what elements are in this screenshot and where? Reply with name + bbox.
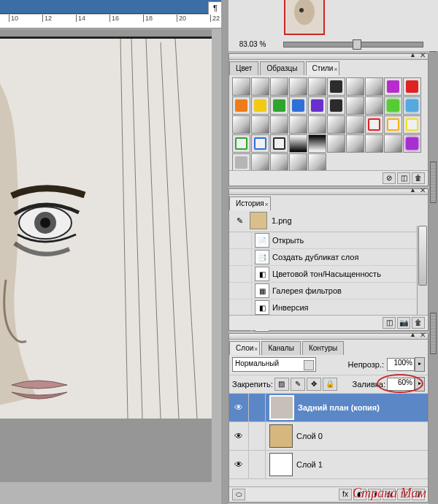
new-style-icon[interactable]: ◫ bbox=[397, 172, 410, 184]
style-swatch[interactable] bbox=[289, 134, 307, 153]
style-swatch[interactable] bbox=[308, 77, 326, 96]
tab-channels[interactable]: Каналы bbox=[261, 341, 301, 355]
opacity-flyout-icon[interactable]: ▸ bbox=[415, 357, 425, 372]
style-swatch[interactable] bbox=[232, 134, 250, 153]
trash-icon[interactable]: 🗑 bbox=[412, 172, 425, 184]
style-swatch[interactable] bbox=[365, 96, 383, 115]
tab-history[interactable]: История× bbox=[229, 196, 271, 210]
canvas[interactable] bbox=[0, 29, 212, 482]
style-swatch[interactable] bbox=[365, 115, 383, 134]
tab-close-icon[interactable]: × bbox=[265, 198, 269, 211]
style-swatch[interactable] bbox=[346, 115, 364, 134]
style-swatch[interactable] bbox=[327, 134, 345, 153]
new-document-icon[interactable]: ◫ bbox=[383, 317, 396, 329]
panel-menu-icon[interactable]: ▲ bbox=[410, 186, 416, 194]
zoom-value[interactable]: 83.03 % bbox=[231, 40, 274, 48]
style-swatch[interactable] bbox=[308, 96, 326, 115]
tab-styles[interactable]: Стили× bbox=[306, 61, 340, 75]
style-swatch[interactable] bbox=[308, 134, 326, 153]
lock-pixels-icon[interactable]: ✎ bbox=[291, 378, 305, 391]
style-swatch[interactable] bbox=[365, 77, 383, 96]
layer-row[interactable]: 👁Задний план (копия) bbox=[229, 394, 428, 422]
link-layers-icon[interactable]: ⬭ bbox=[232, 489, 245, 500]
tab-paths[interactable]: Контуры bbox=[302, 341, 344, 355]
history-item[interactable]: 📄Открыть bbox=[229, 232, 428, 249]
history-item[interactable]: 📑Создать дубликат слоя bbox=[229, 249, 428, 266]
style-swatch[interactable] bbox=[251, 153, 269, 172]
style-swatch[interactable] bbox=[403, 134, 421, 153]
style-swatch[interactable] bbox=[270, 115, 288, 134]
style-swatch[interactable] bbox=[270, 153, 288, 172]
style-swatch[interactable] bbox=[251, 115, 269, 134]
history-item[interactable]: ◧Цветовой тон/Насыщенность bbox=[229, 266, 428, 283]
no-style-icon[interactable]: ⊘ bbox=[383, 172, 396, 184]
snapshot-thumb[interactable] bbox=[250, 212, 267, 229]
tab-swatches[interactable]: Образцы bbox=[260, 61, 304, 75]
panel-close-icon[interactable]: ✕ bbox=[420, 331, 426, 339]
layer-name[interactable]: Слой 1 bbox=[296, 460, 323, 469]
paragraph-button[interactable]: ¶ bbox=[208, 1, 223, 16]
trash-icon[interactable]: 🗑 bbox=[412, 317, 425, 329]
style-swatch[interactable] bbox=[270, 77, 288, 96]
style-swatch[interactable] bbox=[289, 96, 307, 115]
panel-menu-icon[interactable]: ▲ bbox=[410, 331, 416, 338]
tab-color[interactable]: Цвет bbox=[229, 61, 258, 75]
layer-name[interactable]: Задний план (копия) bbox=[298, 403, 380, 412]
layer-thumb[interactable] bbox=[269, 453, 293, 476]
style-swatch[interactable] bbox=[327, 77, 345, 96]
style-swatch[interactable] bbox=[232, 77, 250, 96]
history-item[interactable]: ◧Инверсия bbox=[229, 299, 428, 316]
lock-all-icon[interactable]: 🔒 bbox=[323, 378, 337, 391]
style-swatch[interactable] bbox=[384, 134, 402, 153]
history-scrollbar[interactable] bbox=[417, 226, 428, 316]
opacity-input[interactable]: 100% bbox=[387, 358, 415, 371]
layer-link-column[interactable] bbox=[249, 422, 266, 450]
blend-mode-select[interactable]: Нормальный bbox=[232, 357, 316, 372]
style-swatch[interactable] bbox=[289, 153, 307, 172]
style-swatch[interactable] bbox=[327, 96, 345, 115]
snapshot-brush-icon[interactable]: ✎ bbox=[234, 216, 245, 226]
style-swatch[interactable] bbox=[270, 96, 288, 115]
layer-fx-icon[interactable]: fx bbox=[339, 489, 352, 500]
style-swatch[interactable] bbox=[251, 77, 269, 96]
style-swatch[interactable] bbox=[365, 134, 383, 153]
style-swatch[interactable] bbox=[384, 77, 402, 96]
style-swatch[interactable] bbox=[384, 115, 402, 134]
layer-name[interactable]: Слой 0 bbox=[296, 432, 323, 440]
style-swatch[interactable] bbox=[327, 115, 345, 134]
panel-close-icon[interactable]: ✕ bbox=[420, 51, 426, 59]
panel-close-icon[interactable]: ✕ bbox=[420, 186, 426, 194]
layer-link-column[interactable] bbox=[249, 451, 266, 478]
visibility-toggle-icon[interactable]: 👁 bbox=[229, 422, 249, 450]
lock-transparency-icon[interactable]: ▨ bbox=[274, 378, 289, 391]
navigator-thumb[interactable] bbox=[284, 0, 325, 35]
style-swatch[interactable] bbox=[346, 96, 364, 115]
visibility-toggle-icon[interactable]: 👁 bbox=[229, 394, 249, 421]
visibility-toggle-icon[interactable]: 👁 bbox=[229, 451, 249, 478]
layer-row[interactable]: 👁Слой 0 bbox=[229, 422, 428, 451]
tab-close-icon[interactable]: × bbox=[334, 63, 337, 76]
panel-grip-icon[interactable] bbox=[430, 313, 437, 354]
style-swatch[interactable] bbox=[289, 77, 307, 96]
style-swatch[interactable] bbox=[384, 96, 402, 115]
panel-menu-icon[interactable]: ▲ bbox=[410, 51, 416, 58]
style-swatch[interactable] bbox=[232, 96, 250, 115]
style-swatch[interactable] bbox=[232, 153, 250, 172]
style-swatch[interactable] bbox=[308, 115, 326, 134]
style-swatch[interactable] bbox=[346, 77, 364, 96]
style-swatch[interactable] bbox=[289, 115, 307, 134]
new-snapshot-icon[interactable]: 📷 bbox=[397, 317, 410, 329]
tab-layers[interactable]: Слои× bbox=[229, 341, 260, 355]
layer-row[interactable]: 👁Слой 1 bbox=[229, 451, 428, 479]
style-swatch[interactable] bbox=[403, 115, 421, 134]
style-swatch[interactable] bbox=[403, 96, 421, 115]
style-swatch[interactable] bbox=[346, 134, 364, 153]
style-swatch[interactable] bbox=[251, 96, 269, 115]
lock-position-icon[interactable]: ✥ bbox=[307, 378, 321, 391]
history-item[interactable]: ▦Галерея фильтров bbox=[229, 283, 428, 299]
tab-close-icon[interactable]: × bbox=[254, 343, 258, 356]
style-swatch[interactable] bbox=[232, 115, 250, 134]
zoom-slider-handle[interactable] bbox=[353, 39, 361, 50]
style-swatch[interactable] bbox=[308, 153, 326, 172]
layer-thumb[interactable] bbox=[269, 395, 294, 420]
